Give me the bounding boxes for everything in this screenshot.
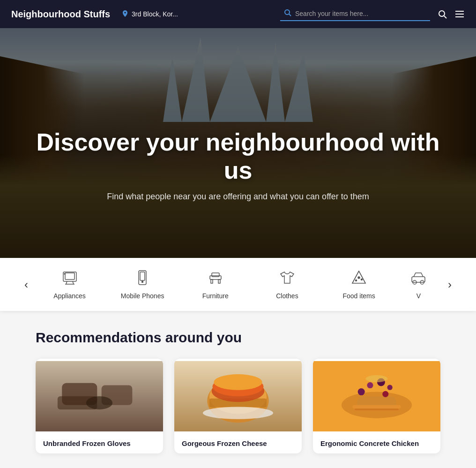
category-mobile-phones[interactable]: Mobile Phones — [113, 265, 172, 303]
rec-card-3-name: Ergonomic Concrete Chicken — [320, 439, 419, 447]
pizza-icon — [350, 269, 367, 288]
svg-rect-50 — [352, 405, 401, 409]
category-appliances[interactable]: Appliances — [42, 265, 98, 303]
svg-point-25 — [361, 279, 363, 280]
category-food-items[interactable]: Food items — [331, 265, 387, 303]
navbar: Neighbourhood Stuffs 3rd Block, Kor... — [0, 0, 476, 28]
svg-point-23 — [358, 277, 360, 279]
hero-title: Discover your neighbourhood with us — [19, 128, 457, 184]
rec-card-1-image — [36, 359, 163, 434]
svg-point-15 — [142, 281, 143, 283]
recommendations-title: Recommendations around you — [36, 330, 440, 346]
hero-content: Discover your neighbourhood with us Find… — [0, 128, 476, 202]
location-pin-icon — [121, 10, 129, 19]
rec-card-2[interactable]: Gorgeous Frozen Cheese — [174, 359, 302, 453]
svg-rect-14 — [140, 272, 145, 280]
svg-point-46 — [367, 382, 373, 388]
svg-line-1 — [289, 14, 291, 16]
category-vehicles-label: V — [416, 292, 421, 300]
category-clothes-label: Clothes — [276, 292, 298, 300]
menu-button[interactable] — [454, 9, 465, 19]
svg-rect-26 — [412, 277, 425, 282]
categories-list: Appliances Mobile Phones — [34, 265, 442, 303]
tv-icon — [61, 269, 78, 288]
category-food-items-label: Food items — [342, 292, 375, 300]
categories-next-button[interactable]: › — [442, 274, 457, 295]
phone-icon — [134, 269, 151, 288]
nav-logo[interactable]: Neighbourhood Stuffs — [11, 9, 110, 20]
svg-rect-19 — [212, 273, 219, 277]
rec-card-3-image — [313, 359, 440, 434]
svg-rect-12 — [65, 273, 74, 279]
svg-point-33 — [86, 396, 112, 409]
hero-subtitle: Find what people near you are offering a… — [19, 192, 457, 202]
nav-actions — [438, 9, 465, 19]
categories-prev-button[interactable]: ‹ — [19, 274, 34, 295]
svg-point-40 — [214, 374, 262, 390]
category-furniture[interactable]: Furniture — [187, 265, 244, 303]
svg-point-48 — [387, 385, 393, 390]
furniture-icon — [207, 269, 224, 288]
tshirt-icon — [279, 269, 296, 288]
rec-card-2-body: Gorgeous Frozen Cheese — [174, 434, 302, 453]
nav-search-wrapper — [280, 7, 430, 21]
svg-point-2 — [439, 11, 445, 16]
rec-card-1[interactable]: Unbranded Frozen Gloves — [36, 359, 163, 453]
search-icon — [284, 9, 291, 18]
svg-point-24 — [356, 280, 357, 281]
svg-rect-17 — [211, 279, 213, 283]
nav-location[interactable]: 3rd Block, Kor... — [121, 10, 178, 19]
search-input[interactable] — [295, 10, 426, 17]
car-icon — [410, 269, 427, 288]
svg-line-9 — [73, 281, 74, 284]
category-clothes[interactable]: Clothes — [259, 265, 315, 303]
rec-card-3[interactable]: Ergonomic Concrete Chicken — [313, 359, 440, 453]
rec-card-2-name: Gorgeous Frozen Cheese — [182, 439, 267, 447]
rec-card-3-body: Ergonomic Concrete Chicken — [313, 434, 440, 453]
rec-card-1-name: Unbranded Frozen Gloves — [43, 439, 131, 447]
category-appliances-label: Appliances — [53, 292, 86, 300]
rec-card-2-image — [174, 359, 302, 434]
category-furniture-label: Furniture — [202, 292, 229, 300]
rec-card-1-body: Unbranded Frozen Gloves — [36, 434, 163, 453]
svg-line-8 — [66, 281, 67, 284]
category-vehicles[interactable]: V — [402, 265, 434, 303]
svg-rect-18 — [218, 279, 220, 283]
svg-rect-51 — [355, 408, 399, 410]
recommendations-grid: Unbranded Frozen Gloves — [36, 359, 440, 453]
svg-point-49 — [382, 391, 388, 397]
search-button[interactable] — [438, 9, 447, 19]
svg-point-52 — [366, 375, 388, 382]
svg-point-0 — [285, 10, 290, 15]
svg-point-45 — [358, 388, 365, 395]
hero-section: Discover your neighbourhood with us Find… — [0, 28, 476, 258]
svg-line-3 — [444, 16, 446, 18]
categories-bar: ‹ Appliances — [0, 258, 476, 311]
recommendations-section: Recommendations around you — [0, 311, 476, 468]
svg-point-41 — [203, 407, 273, 419]
category-mobile-phones-label: Mobile Phones — [121, 292, 164, 300]
location-text: 3rd Block, Kor... — [132, 10, 178, 18]
